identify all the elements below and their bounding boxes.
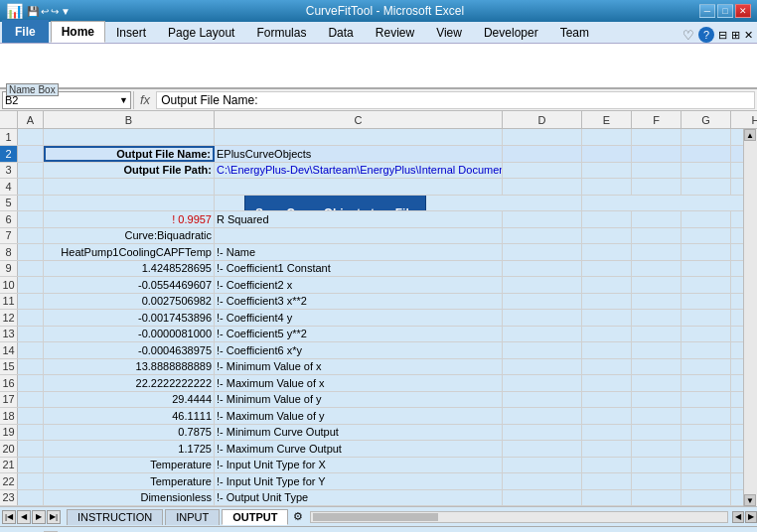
minimize-button[interactable]: ─ [699,4,715,18]
row-header-4[interactable]: 4 [0,179,18,195]
row-header-20[interactable]: 20 [0,441,18,457]
row-header-17[interactable]: 17 [0,392,18,408]
cell-h3[interactable] [731,163,743,179]
scroll-left-button[interactable]: ◀ [732,511,744,523]
cell-c6[interactable]: R Squared [215,211,503,227]
tab-review[interactable]: Review [365,22,425,43]
col-header-e[interactable]: E [582,111,632,129]
col-header-a[interactable]: A [18,111,44,129]
sheet-options-icon[interactable]: ⚙ [290,509,306,525]
row-header-13[interactable]: 13 [0,327,18,342]
row-header-12[interactable]: 12 [0,310,18,326]
ribbon-close-icon[interactable]: ✕ [744,29,753,42]
col-header-g[interactable]: G [681,111,731,129]
cell-e7[interactable] [582,228,632,244]
col-header-c[interactable]: C [215,111,503,129]
cell-c3[interactable]: C:\EnergyPlus-Dev\Starteam\EnergyPlus\In… [215,163,503,179]
cell-e8[interactable] [582,244,632,260]
cell-a2[interactable] [18,146,44,162]
cell-e4[interactable] [582,179,632,195]
cell-e1[interactable] [582,129,632,145]
cell-g6[interactable] [681,211,731,227]
sheet-next-button[interactable]: ▶ [32,510,46,524]
quick-access-toolbar[interactable]: 💾 ↩ ↪ ▼ [27,6,71,17]
tab-developer[interactable]: Developer [473,22,549,43]
cell-b6[interactable]: ! 0.9957 [44,211,215,227]
name-box-dropdown-icon[interactable]: ▼ [119,95,128,105]
cell-f2[interactable] [632,146,681,162]
cell-g8[interactable] [681,244,731,260]
sheet-first-button[interactable]: |◀ [2,510,16,524]
restore-button[interactable]: □ [717,4,733,18]
tab-home[interactable]: Home [51,21,105,43]
row-header-11[interactable]: 11 [0,294,18,310]
cell-g4[interactable] [681,179,731,195]
row-header-10[interactable]: 10 [0,277,18,293]
cell-d4[interactable] [503,179,582,195]
row-header-19[interactable]: 19 [0,425,18,441]
cell-h2[interactable] [731,146,743,162]
cell-g3[interactable] [681,163,731,179]
row-header-14[interactable]: 14 [0,342,18,358]
cell-d7[interactable] [503,228,582,244]
row-header-3[interactable]: 3 [0,163,18,179]
cell-f4[interactable] [632,179,681,195]
row-header-16[interactable]: 16 [0,375,18,391]
cell-b8[interactable]: HeatPump1CoolingCAPFTemp [44,244,215,260]
row-header-2[interactable]: 2 [0,146,18,162]
cell-g2[interactable] [681,146,731,162]
scroll-down-button[interactable]: ▼ [744,494,756,506]
tab-input[interactable]: INPUT [165,509,220,525]
cell-d2[interactable] [503,146,582,162]
cell-c1[interactable] [215,129,503,145]
cell-f1[interactable] [632,129,681,145]
tab-insert[interactable]: Insert [105,22,157,43]
cell-a1[interactable] [18,129,44,145]
cell-d3[interactable] [503,163,582,179]
cell-h1[interactable] [731,129,743,145]
scroll-right-button[interactable]: ▶ [745,511,757,523]
row-header-5[interactable]: 5 [0,196,18,211]
cell-a8[interactable] [18,244,44,260]
cell-b7[interactable]: Curve:Biquadratic [44,228,215,244]
horizontal-scroll-thumb[interactable] [313,513,438,521]
cell-h8[interactable] [731,244,743,260]
row-header-8[interactable]: 8 [0,244,18,260]
formula-input[interactable] [156,91,755,109]
cell-d8[interactable] [503,244,582,260]
cell-h6[interactable] [731,211,743,227]
col-header-f[interactable]: F [632,111,681,129]
scroll-up-button[interactable]: ▲ [744,129,756,141]
cell-a3[interactable] [18,163,44,179]
row-header-22[interactable]: 22 [0,473,18,489]
tab-page-layout[interactable]: Page Layout [157,22,245,43]
sheet-last-button[interactable]: ▶| [47,510,61,524]
cell-c4[interactable] [215,179,503,195]
cell-b3[interactable]: Output File Path: [44,163,215,179]
ribbon-expand-icon[interactable]: ⊞ [731,29,740,42]
row-header-1[interactable]: 1 [0,129,18,145]
cell-g1[interactable] [681,129,731,145]
cell-e3[interactable] [582,163,632,179]
cell-a6[interactable] [18,211,44,227]
cell-a4[interactable] [18,179,44,195]
col-header-d[interactable]: D [503,111,582,129]
cell-e6[interactable] [582,211,632,227]
tab-view[interactable]: View [425,22,473,43]
col-header-b[interactable]: B [44,111,215,129]
cell-c2[interactable]: EPlusCurveObjects [215,146,503,162]
cell-f8[interactable] [632,244,681,260]
cell-a5[interactable] [18,196,44,211]
col-header-h[interactable]: H [731,111,757,129]
cell-f7[interactable] [632,228,681,244]
cell-g7[interactable] [681,228,731,244]
row-header-15[interactable]: 15 [0,359,18,375]
cell-f6[interactable] [632,211,681,227]
cell-h4[interactable] [731,179,743,195]
row-header-21[interactable]: 21 [0,458,18,473]
ribbon-minimize-icon[interactable]: ⊟ [718,29,727,42]
save-curve-objects-button[interactable]: Save Curve Objects to a File [244,196,426,211]
row-header-7[interactable]: 7 [0,228,18,244]
vertical-scrollbar[interactable]: ▲ ▼ [743,129,757,506]
cell-a7[interactable] [18,228,44,244]
